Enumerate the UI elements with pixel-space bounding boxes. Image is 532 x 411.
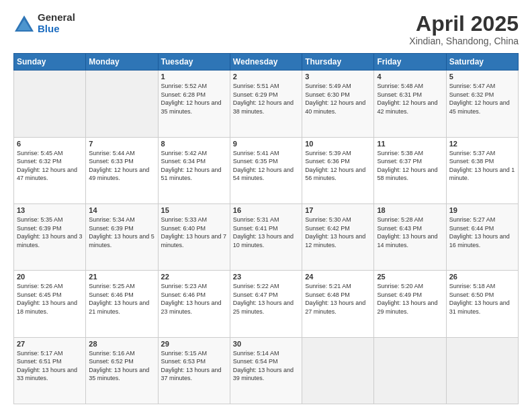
calendar-week-2: 6 Sunrise: 5:45 AMSunset: 6:32 PMDayligh…: [14, 137, 519, 203]
calendar-cell: 28 Sunrise: 5:16 AMSunset: 6:52 PMDaylig…: [86, 337, 158, 404]
logo: General Blue: [13, 12, 75, 34]
day-info: Sunrise: 5:17 AMSunset: 6:51 PMDaylight:…: [17, 350, 77, 382]
day-number: 19: [449, 206, 515, 214]
day-number: 6: [17, 140, 83, 148]
day-info: Sunrise: 5:42 AMSunset: 6:34 PMDaylight:…: [161, 150, 222, 182]
day-number: 4: [377, 73, 443, 81]
calendar-cell: [14, 71, 86, 137]
calendar-cell: 12 Sunrise: 5:37 AMSunset: 6:38 PMDaylig…: [446, 137, 518, 203]
day-info: Sunrise: 5:37 AMSunset: 6:38 PMDaylight:…: [449, 150, 515, 182]
calendar-cell: 30 Sunrise: 5:14 AMSunset: 6:54 PMDaylig…: [230, 337, 302, 404]
calendar-cell: 26 Sunrise: 5:18 AMSunset: 6:50 PMDaylig…: [446, 271, 518, 337]
header-thursday: Thursday: [302, 54, 374, 71]
day-info: Sunrise: 5:22 AMSunset: 6:47 PMDaylight:…: [233, 283, 294, 315]
day-info: Sunrise: 5:52 AMSunset: 6:28 PMDaylight:…: [161, 83, 222, 115]
day-info: Sunrise: 5:31 AMSunset: 6:41 PMDaylight:…: [233, 216, 294, 248]
day-info: Sunrise: 5:18 AMSunset: 6:50 PMDaylight:…: [449, 283, 510, 315]
calendar-week-5: 27 Sunrise: 5:17 AMSunset: 6:51 PMDaylig…: [14, 337, 519, 404]
calendar-cell: 29 Sunrise: 5:15 AMSunset: 6:53 PMDaylig…: [158, 337, 230, 404]
calendar-week-4: 20 Sunrise: 5:26 AMSunset: 6:45 PMDaylig…: [14, 271, 519, 337]
day-info: Sunrise: 5:14 AMSunset: 6:54 PMDaylight:…: [233, 350, 294, 382]
day-number: 27: [17, 340, 83, 348]
calendar-title: April 2025: [409, 12, 519, 36]
calendar-cell: 1 Sunrise: 5:52 AMSunset: 6:28 PMDayligh…: [158, 71, 230, 137]
calendar-cell: 8 Sunrise: 5:42 AMSunset: 6:34 PMDayligh…: [158, 137, 230, 203]
day-number: 9: [233, 140, 299, 148]
day-number: 3: [305, 73, 371, 81]
day-info: Sunrise: 5:35 AMSunset: 6:39 PMDaylight:…: [17, 216, 83, 248]
calendar-cell: 18 Sunrise: 5:28 AMSunset: 6:43 PMDaylig…: [374, 203, 446, 270]
calendar-cell: 15 Sunrise: 5:33 AMSunset: 6:40 PMDaylig…: [158, 203, 230, 270]
day-info: Sunrise: 5:27 AMSunset: 6:44 PMDaylight:…: [449, 216, 510, 248]
day-number: 18: [377, 206, 443, 214]
logo-blue-text: Blue: [38, 24, 75, 35]
day-info: Sunrise: 5:34 AMSunset: 6:39 PMDaylight:…: [89, 216, 154, 248]
calendar-cell: [302, 337, 374, 404]
day-info: Sunrise: 5:15 AMSunset: 6:53 PMDaylight:…: [161, 350, 222, 382]
calendar-table: Sunday Monday Tuesday Wednesday Thursday…: [13, 53, 519, 404]
logo-icon: [13, 14, 35, 33]
calendar-cell: 27 Sunrise: 5:17 AMSunset: 6:51 PMDaylig…: [14, 337, 86, 404]
day-info: Sunrise: 5:38 AMSunset: 6:37 PMDaylight:…: [377, 150, 437, 182]
logo-text: General Blue: [38, 12, 75, 34]
calendar-cell: 20 Sunrise: 5:26 AMSunset: 6:45 PMDaylig…: [14, 271, 86, 337]
calendar-cell: 10 Sunrise: 5:39 AMSunset: 6:36 PMDaylig…: [302, 137, 374, 203]
calendar-cell: 25 Sunrise: 5:20 AMSunset: 6:49 PMDaylig…: [374, 271, 446, 337]
day-info: Sunrise: 5:39 AMSunset: 6:36 PMDaylight:…: [305, 150, 365, 182]
day-info: Sunrise: 5:33 AMSunset: 6:40 PMDaylight:…: [161, 216, 227, 248]
header-wednesday: Wednesday: [230, 54, 302, 71]
calendar-cell: [86, 71, 158, 137]
day-info: Sunrise: 5:49 AMSunset: 6:30 PMDaylight:…: [305, 83, 365, 115]
day-info: Sunrise: 5:48 AMSunset: 6:31 PMDaylight:…: [377, 83, 437, 115]
calendar-cell: 11 Sunrise: 5:38 AMSunset: 6:37 PMDaylig…: [374, 137, 446, 203]
day-number: 20: [17, 273, 83, 281]
header-monday: Monday: [86, 54, 158, 71]
day-number: 16: [233, 206, 299, 214]
logo-general-text: General: [38, 12, 75, 24]
day-number: 22: [161, 273, 227, 281]
calendar-header-row: Sunday Monday Tuesday Wednesday Thursday…: [14, 54, 519, 71]
day-number: 8: [161, 140, 227, 148]
header-tuesday: Tuesday: [158, 54, 230, 71]
calendar-cell: [374, 337, 446, 404]
calendar-subtitle: Xindian, Shandong, China: [409, 36, 519, 46]
day-number: 5: [449, 73, 515, 81]
day-number: 15: [161, 206, 227, 214]
day-number: 23: [233, 273, 299, 281]
calendar-cell: 4 Sunrise: 5:48 AMSunset: 6:31 PMDayligh…: [374, 71, 446, 137]
day-number: 10: [305, 140, 371, 148]
day-number: 1: [161, 73, 227, 81]
calendar-cell: 3 Sunrise: 5:49 AMSunset: 6:30 PMDayligh…: [302, 71, 374, 137]
calendar-week-3: 13 Sunrise: 5:35 AMSunset: 6:39 PMDaylig…: [14, 203, 519, 270]
calendar-week-1: 1 Sunrise: 5:52 AMSunset: 6:28 PMDayligh…: [14, 71, 519, 137]
day-number: 24: [305, 273, 371, 281]
header-sunday: Sunday: [14, 54, 86, 71]
calendar-cell: 21 Sunrise: 5:25 AMSunset: 6:46 PMDaylig…: [86, 271, 158, 337]
calendar-cell: 23 Sunrise: 5:22 AMSunset: 6:47 PMDaylig…: [230, 271, 302, 337]
calendar-cell: 13 Sunrise: 5:35 AMSunset: 6:39 PMDaylig…: [14, 203, 86, 270]
day-info: Sunrise: 5:16 AMSunset: 6:52 PMDaylight:…: [89, 350, 149, 382]
day-number: 21: [89, 273, 154, 281]
day-number: 17: [305, 206, 371, 214]
calendar-cell: 5 Sunrise: 5:47 AMSunset: 6:32 PMDayligh…: [446, 71, 518, 137]
page-header: General Blue April 2025 Xindian, Shandon…: [13, 12, 519, 46]
day-info: Sunrise: 5:23 AMSunset: 6:46 PMDaylight:…: [161, 283, 222, 315]
day-number: 30: [233, 340, 299, 348]
day-info: Sunrise: 5:21 AMSunset: 6:48 PMDaylight:…: [305, 283, 365, 315]
calendar-cell: 22 Sunrise: 5:23 AMSunset: 6:46 PMDaylig…: [158, 271, 230, 337]
calendar-cell: 16 Sunrise: 5:31 AMSunset: 6:41 PMDaylig…: [230, 203, 302, 270]
day-info: Sunrise: 5:41 AMSunset: 6:35 PMDaylight:…: [233, 150, 294, 182]
day-info: Sunrise: 5:47 AMSunset: 6:32 PMDaylight:…: [449, 83, 510, 115]
calendar-cell: [446, 337, 518, 404]
title-section: April 2025 Xindian, Shandong, China: [409, 12, 519, 46]
day-number: 2: [233, 73, 299, 81]
day-info: Sunrise: 5:51 AMSunset: 6:29 PMDaylight:…: [233, 83, 294, 115]
calendar-cell: 2 Sunrise: 5:51 AMSunset: 6:29 PMDayligh…: [230, 71, 302, 137]
day-number: 25: [377, 273, 443, 281]
day-info: Sunrise: 5:26 AMSunset: 6:45 PMDaylight:…: [17, 283, 77, 315]
calendar-cell: 6 Sunrise: 5:45 AMSunset: 6:32 PMDayligh…: [14, 137, 86, 203]
day-number: 28: [89, 340, 154, 348]
day-info: Sunrise: 5:25 AMSunset: 6:46 PMDaylight:…: [89, 283, 149, 315]
day-number: 13: [17, 206, 83, 214]
calendar-cell: 17 Sunrise: 5:30 AMSunset: 6:42 PMDaylig…: [302, 203, 374, 270]
